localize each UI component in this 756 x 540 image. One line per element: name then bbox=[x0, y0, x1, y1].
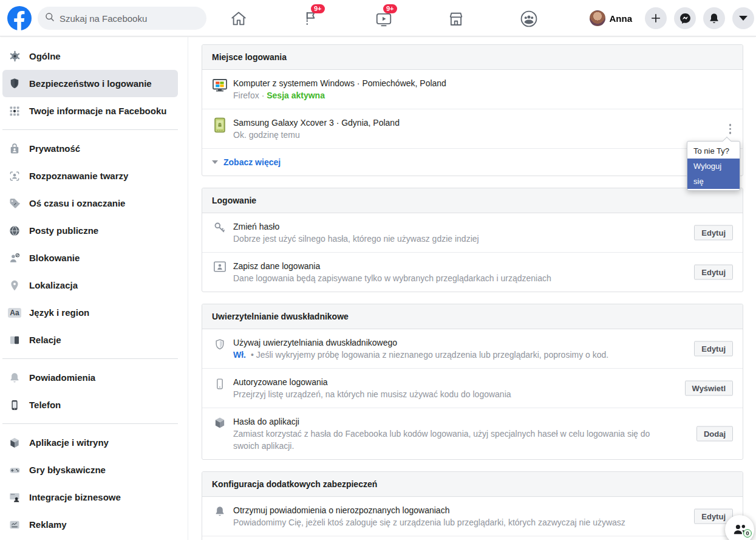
section-title: Konfiguracja dodatkowych zabezpieczeń bbox=[202, 472, 743, 497]
sidebar-item-security-login[interactable]: Bezpieczeństwo i logowanie bbox=[2, 70, 178, 97]
gear-icon bbox=[7, 50, 22, 63]
user-name: Anna bbox=[610, 13, 633, 24]
sidebar-item-notifications[interactable]: Powiadomienia bbox=[2, 364, 178, 391]
pages-notification-badge: 9+ bbox=[311, 4, 325, 13]
profile-shortcut[interactable]: Anna bbox=[590, 10, 633, 26]
sidebar-item-label: Posty publiczne bbox=[29, 225, 98, 236]
sidebar-divider bbox=[2, 358, 178, 359]
device-name: Samsung Galaxy Xcover 3 · Gdynia, Poland bbox=[233, 117, 400, 129]
security-settings-content: Miejsce logowania Komputer z systemem Wi… bbox=[202, 44, 743, 540]
setting-title: Zmień hasło bbox=[233, 220, 546, 233]
setting-text: Zmień hasło Dobrze jest użyć silnego has… bbox=[233, 220, 546, 245]
settings-sidebar: Ogólne Bezpieczeństwo i logowanie Twoje … bbox=[0, 37, 188, 540]
shield-outline-icon bbox=[212, 337, 228, 352]
device-session-row-windows: Komputer z systemem Windows · Pomiechówe… bbox=[202, 70, 743, 109]
edit-button[interactable]: Edytuj bbox=[694, 265, 733, 280]
section-title: Miejsce logowania bbox=[202, 45, 743, 70]
sidebar-item-language-region[interactable]: Aa Język i region bbox=[2, 299, 178, 326]
sidebar-item-label: Blokowanie bbox=[29, 253, 80, 263]
bell-icon bbox=[212, 504, 228, 518]
sidebar-item-stories[interactable]: Relacje bbox=[2, 326, 178, 354]
section-title: Uwierzytelnianie dwuskładnikowe bbox=[202, 304, 743, 329]
contacts-count-badge: 0 bbox=[743, 529, 752, 538]
setting-description: Dane logowania będą zapisywane tylko w w… bbox=[233, 272, 618, 284]
business-integrations-icon bbox=[7, 491, 22, 504]
edit-button[interactable]: Edytuj bbox=[694, 225, 733, 241]
topbar-right-controls: Anna bbox=[590, 0, 756, 36]
session-options-menu: To nie Ty? Wyloguj się bbox=[687, 141, 740, 191]
device-detail: Firefox · Sesja aktywna bbox=[233, 89, 446, 101]
sidebar-item-label: Telefon bbox=[29, 400, 61, 410]
setting-text: Używaj uwierzytelniania dwuskładnikowego… bbox=[233, 337, 675, 361]
active-session-status: Sesja aktywna bbox=[267, 91, 325, 100]
stories-icon bbox=[7, 334, 22, 346]
gamepad-icon bbox=[7, 464, 22, 476]
sidebar-item-mobile[interactable]: Telefon bbox=[2, 391, 178, 419]
menu-item-logout[interactable]: Wyloguj się bbox=[687, 159, 740, 189]
menu-item-not-you[interactable]: To nie Ty? bbox=[687, 143, 740, 159]
sidebar-divider bbox=[2, 423, 178, 424]
sidebar-item-blocking[interactable]: Blokowanie bbox=[2, 244, 178, 272]
extra-security-section: Konfiguracja dodatkowych zabezpieczeń Ot… bbox=[202, 471, 743, 540]
groups-nav-icon[interactable] bbox=[519, 9, 539, 29]
cube-icon bbox=[212, 415, 228, 429]
sidebar-item-label: Gry błyskawiczne bbox=[29, 465, 106, 475]
sidebar-item-label: Ogólne bbox=[29, 51, 61, 61]
cube-icon bbox=[7, 437, 22, 449]
setting-row-change-password: Zmień hasło Dobrze jest użyć silnego has… bbox=[202, 213, 743, 252]
sidebar-item-general[interactable]: Ogólne bbox=[2, 43, 178, 70]
sidebar-item-face-recognition[interactable]: Rozpoznawanie twarzy bbox=[2, 162, 178, 190]
facebook-logo[interactable] bbox=[7, 6, 32, 30]
shield-icon bbox=[7, 77, 22, 90]
sidebar-item-public-posts[interactable]: Posty publiczne bbox=[2, 217, 178, 244]
sidebar-item-privacy[interactable]: Prywatność bbox=[2, 135, 178, 162]
pages-nav-icon[interactable]: 9+ bbox=[302, 9, 321, 29]
setting-row-app-passwords: Hasła do aplikacji Zamiast korzystać z h… bbox=[202, 408, 743, 459]
sidebar-item-location[interactable]: Lokalizacja bbox=[2, 272, 178, 299]
home-nav-icon[interactable] bbox=[229, 9, 248, 29]
see-more-link[interactable]: Zobacz więcej bbox=[223, 157, 281, 167]
sidebar-item-instant-games[interactable]: Gry błyskawiczne bbox=[2, 456, 178, 484]
globe-icon bbox=[7, 225, 22, 237]
sidebar-item-business-integrations[interactable]: Integracje biznesowe bbox=[2, 484, 178, 511]
top-navigation-bar: 9+ 9+ Anna bbox=[0, 0, 756, 36]
sidebar-item-your-facebook-information[interactable]: Twoje informacje na Facebooku bbox=[2, 97, 178, 125]
sidebar-item-ads[interactable]: Reklamy bbox=[2, 511, 178, 538]
bell-icon bbox=[7, 372, 22, 384]
create-plus-button[interactable] bbox=[645, 7, 667, 29]
sidebar-item-label: Integracje biznesowe bbox=[29, 492, 121, 502]
sidebar-item-label: Twoje informacje na Facebooku bbox=[29, 106, 166, 116]
device-session-text: Komputer z systemem Windows · Pomiechówe… bbox=[233, 77, 446, 101]
setting-text: Autoryzowane logowania Przejrzyj listę u… bbox=[233, 376, 578, 400]
setting-title: Używaj uwierzytelniania dwuskładnikowego bbox=[233, 337, 675, 349]
sidebar-item-label: Rozpoznawanie twarzy bbox=[29, 171, 128, 181]
setting-description: Wł. • Jeśli wykryjemy próbę logowania z … bbox=[233, 349, 675, 361]
chevron-down-icon bbox=[739, 16, 747, 21]
watch-nav-icon[interactable]: 9+ bbox=[374, 9, 393, 29]
device-name: Komputer z systemem Windows · Pomiechówe… bbox=[233, 77, 446, 89]
see-more-row[interactable]: Zobacz więcej bbox=[202, 148, 743, 176]
setting-description: Zamiast korzystać z hasła do Facebooka l… bbox=[233, 428, 733, 452]
setting-description: Powiadomimy Cię, jeżeli ktoś zaloguje si… bbox=[233, 516, 692, 528]
setting-description: Dobrze jest użyć silnego hasła, którego … bbox=[233, 233, 546, 245]
notifications-button[interactable] bbox=[703, 7, 725, 29]
where-logged-in-section: Miejsce logowania Komputer z systemem Wi… bbox=[202, 44, 743, 176]
marketplace-nav-icon[interactable] bbox=[446, 9, 466, 29]
device-session-text: Samsung Galaxy Xcover 3 · Gdynia, Poland… bbox=[233, 117, 400, 141]
sidebar-item-apps-websites[interactable]: Aplikacje i witryny bbox=[2, 429, 178, 456]
mobile-outline-icon bbox=[212, 376, 228, 391]
contacts-toggle-button[interactable]: 0 bbox=[725, 515, 754, 540]
view-button[interactable]: Wyświetl bbox=[685, 381, 733, 396]
messenger-button[interactable] bbox=[674, 7, 696, 29]
user-avatar bbox=[590, 10, 605, 26]
face-recognition-icon bbox=[7, 170, 22, 182]
edit-button[interactable]: Edytuj bbox=[694, 341, 733, 357]
setting-text: Hasła do aplikacji Zamiast korzystać z h… bbox=[233, 415, 733, 452]
add-button[interactable]: Dodaj bbox=[696, 426, 733, 442]
sidebar-item-timeline-tagging[interactable]: Oś czasu i oznaczanie bbox=[2, 190, 178, 217]
key-icon bbox=[212, 220, 228, 234]
search-input[interactable] bbox=[60, 13, 193, 24]
account-menu-button[interactable] bbox=[732, 7, 754, 29]
session-options-dots-button[interactable] bbox=[726, 121, 735, 137]
sidebar-item-label: Prywatność bbox=[29, 143, 80, 154]
